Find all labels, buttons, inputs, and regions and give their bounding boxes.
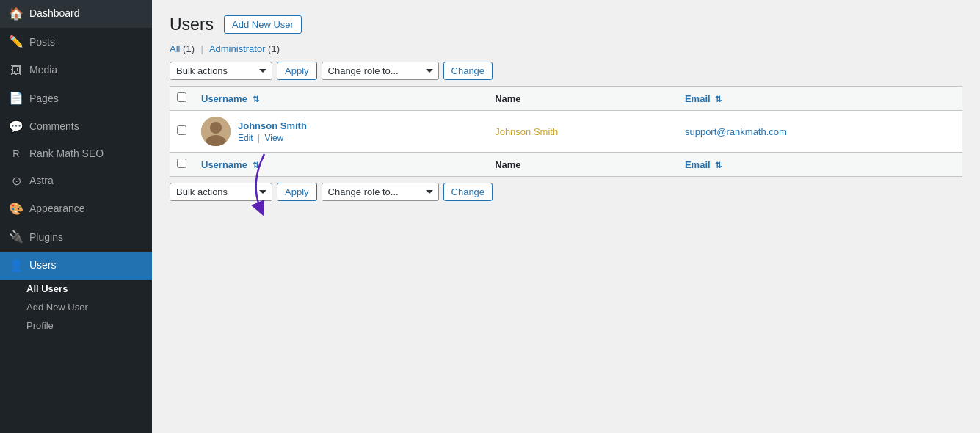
svg-point-1 (210, 122, 222, 134)
select-all-footer-checkbox[interactable] (177, 159, 186, 168)
change-button-bottom[interactable]: Change (443, 183, 493, 201)
sidebar-item-users[interactable]: 👤 Users ← (0, 252, 152, 280)
apply-button-bottom[interactable]: Apply (277, 183, 317, 201)
avatar-image (201, 117, 231, 146)
sidebar-item-label: Dashboard (29, 7, 80, 21)
sidebar-sub-add-new-user[interactable]: Add New User (0, 298, 152, 316)
users-table: Username ⇅ Name Email ⇅ (170, 86, 962, 177)
row-checkbox-cell (170, 111, 194, 153)
sidebar-item-posts[interactable]: ✏️ Posts (0, 28, 152, 56)
change-button-top[interactable]: Change (443, 62, 493, 80)
pages-icon: 📄 (9, 90, 23, 106)
media-icon: 🖼 (9, 62, 23, 79)
username-info: Johnson Smith Edit | View (238, 120, 307, 143)
sidebar-item-label: Comments (29, 120, 79, 134)
sidebar-sub-all-users[interactable]: All Users ← (0, 280, 152, 298)
sidebar-item-label: Media (29, 63, 57, 78)
sidebar: 🏠 Dashboard ✏️ Posts 🖼 Media 📄 Pages 💬 C… (0, 0, 152, 433)
username-sort-icon: ⇅ (253, 95, 259, 103)
filter-admin-link[interactable]: Administrator (1) (209, 43, 280, 54)
username-cell: Johnson Smith Edit | View (194, 111, 487, 153)
sidebar-sub-profile[interactable]: Profile (0, 316, 152, 335)
bulk-actions-select-bottom[interactable]: Bulk actions (170, 183, 272, 201)
sidebar-item-label: Pages (29, 92, 59, 106)
filter-links: All (1) | Administrator (1) (170, 43, 962, 54)
comments-icon: 💬 (9, 119, 23, 135)
action-sep: | (258, 133, 262, 143)
email-footer-sort-icon: ⇅ (715, 161, 722, 170)
row-actions: Edit | View (238, 133, 307, 143)
name-footer-header: Name (487, 153, 678, 177)
users-submenu: All Users ← Add New User Profile (0, 280, 152, 335)
username-footer-header[interactable]: Username ⇅ (194, 153, 487, 177)
username-link[interactable]: Johnson Smith (238, 120, 307, 131)
sidebar-item-rankmath[interactable]: R Rank Math SEO (0, 141, 152, 167)
email-cell: support@rankmath.com (678, 111, 962, 153)
filter-separator: | (201, 43, 203, 54)
astra-icon: ⊙ (9, 173, 23, 189)
add-new-user-sub-label: Add New User (26, 302, 88, 313)
view-user-link[interactable]: View (264, 133, 283, 143)
sidebar-item-label: Rank Math SEO (29, 147, 104, 161)
users-icon: 👤 (9, 258, 23, 274)
filter-all-link[interactable]: All (1) (170, 43, 197, 54)
page-title: Users (170, 15, 214, 34)
select-all-header (170, 87, 194, 111)
plugins-icon: 🔌 (9, 229, 23, 245)
avatar (201, 117, 231, 146)
sidebar-item-dashboard[interactable]: 🏠 Dashboard (0, 0, 152, 28)
bulk-actions-select-top[interactable]: Bulk actions (170, 62, 272, 80)
change-role-select-bottom[interactable]: Change role to... (322, 183, 439, 201)
sidebar-item-label: Appearance (29, 202, 85, 216)
sidebar-item-media[interactable]: 🖼 Media (0, 57, 152, 84)
sidebar-item-label: Posts (29, 35, 55, 50)
appearance-icon: 🎨 (9, 201, 23, 217)
sidebar-item-appearance[interactable]: 🎨 Appearance (0, 195, 152, 223)
page-header: Users Add New User (170, 15, 962, 34)
main-content: Users Add New User All (1) | Administrat… (152, 0, 980, 433)
sidebar-item-plugins[interactable]: 🔌 Plugins (0, 223, 152, 251)
rankmath-icon: R (9, 148, 23, 161)
sidebar-item-pages[interactable]: 📄 Pages (0, 84, 152, 112)
dashboard-icon: 🏠 (9, 6, 23, 22)
row-checkbox[interactable] (177, 125, 186, 135)
bottom-toolbar: Bulk actions Apply Change role to... Cha… (170, 183, 962, 201)
sidebar-item-comments[interactable]: 💬 Comments (0, 113, 152, 141)
sidebar-item-label: Plugins (29, 230, 63, 245)
email-header[interactable]: Email ⇅ (678, 87, 962, 111)
table-header-row: Username ⇅ Name Email ⇅ (170, 87, 962, 111)
all-users-label: All Users (26, 283, 68, 294)
select-all-footer-header (170, 153, 194, 177)
apply-button-top[interactable]: Apply (277, 62, 317, 80)
name-cell: Johnson Smith (487, 111, 678, 153)
username-header[interactable]: Username ⇅ (194, 87, 487, 111)
edit-user-link[interactable]: Edit (238, 133, 253, 143)
add-new-user-button[interactable]: Add New User (224, 15, 302, 34)
top-toolbar: Bulk actions Apply Change role to... Cha… (170, 62, 962, 80)
sidebar-item-label: Users (29, 258, 57, 273)
email-footer-header[interactable]: Email ⇅ (678, 153, 962, 177)
name-header: Name (487, 87, 678, 111)
change-role-select-top[interactable]: Change role to... (322, 62, 439, 80)
table-row: Johnson Smith Edit | View Johnson Smith … (170, 111, 962, 153)
posts-icon: ✏️ (9, 34, 23, 50)
sidebar-item-label: Astra (29, 174, 54, 189)
email-sort-icon: ⇅ (715, 95, 722, 103)
table-footer-header-row: Username ⇅ Name Email ⇅ (170, 153, 962, 177)
sidebar-item-astra[interactable]: ⊙ Astra (0, 167, 152, 195)
profile-label: Profile (26, 320, 54, 331)
username-footer-sort-icon: ⇅ (253, 161, 259, 170)
select-all-checkbox[interactable] (177, 92, 186, 102)
